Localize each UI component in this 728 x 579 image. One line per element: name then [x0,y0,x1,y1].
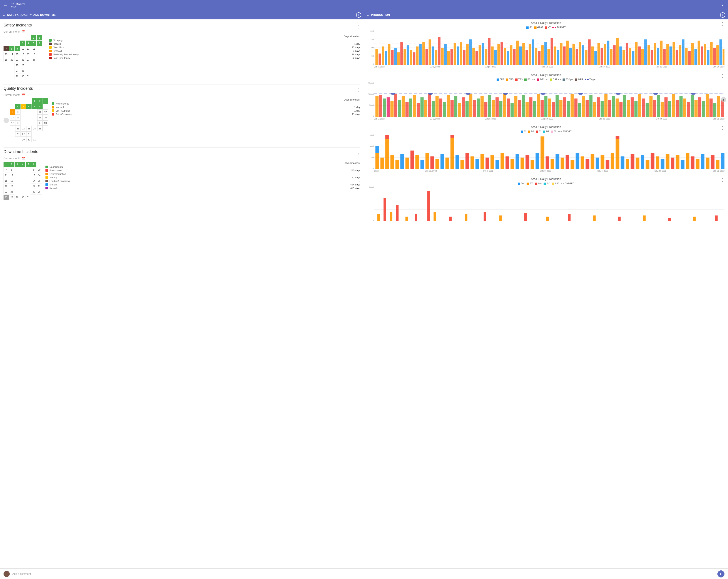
area2-next-button[interactable]: › [721,97,726,102]
cal-day[interactable]: 30 [20,74,25,79]
send-button[interactable]: ➤ [718,571,725,577]
area1-menu-icon[interactable]: ⋮ [665,21,725,26]
cal-day[interactable]: 1 [31,35,36,40]
cal-day[interactable]: 9 [31,167,36,172]
cal-day[interactable]: 24 [31,57,36,62]
cal-day[interactable]: 6 [36,40,42,46]
downtime-menu-icon[interactable]: ⋮ [356,151,360,156]
cal-day[interactable]: 1 [32,98,37,104]
cal-day[interactable]: 23 [3,189,9,194]
cal-day[interactable]: 19 [3,184,9,189]
cal-day[interactable]: 28 [26,131,31,137]
safety-menu-icon[interactable]: ⋮ [356,24,360,29]
cal-day[interactable]: 13 [3,52,9,57]
cal-day[interactable]: 31 [26,195,31,200]
cal-day[interactable]: 7 [3,46,9,51]
cal-day[interactable]: 8 [9,46,14,51]
add-comment-button[interactable]: Add a comment [12,572,31,576]
cal-day[interactable]: 28 [20,68,25,74]
cal-day[interactable]: 16 [9,178,14,184]
cal-day[interactable]: 21 [31,184,36,189]
cal-day[interactable]: 14 [9,52,14,57]
cal-day[interactable]: 31 [26,74,31,79]
menu-icon[interactable]: ⋮ [721,3,725,8]
cal-day[interactable]: 24 [9,189,14,194]
cal-day[interactable]: 10 [20,46,25,51]
cal-day[interactable]: 17 [26,52,31,57]
cal-day[interactable]: 22 [20,57,25,62]
cal-day[interactable]: 1 [3,162,9,167]
cal-day[interactable]: 11 [26,46,31,51]
cal-day[interactable]: 27 [3,195,9,200]
cal-day[interactable]: 21 [15,57,20,62]
cal-day[interactable]: 6 [26,104,31,109]
cal-day[interactable]: 31 [32,137,37,142]
cal-day[interactable]: 4 [26,40,31,46]
add-left-button[interactable]: + [356,12,361,18]
cal-day[interactable]: 5 [21,104,26,109]
cal-day[interactable]: 11 [3,173,9,178]
cal-day[interactable]: 26 [20,63,25,68]
cal-day[interactable]: 26 [36,189,42,194]
cal-day[interactable]: 15 [37,115,43,120]
cal-day[interactable]: 27 [15,68,20,74]
cal-day[interactable]: 2 [37,98,43,104]
cal-day[interactable]: 2 [9,162,14,167]
cal-day[interactable]: 26 [15,131,21,137]
quality-month-button[interactable]: Current month 📅 [3,93,25,96]
cal-day[interactable]: 4 [20,162,25,167]
cal-day[interactable]: 20 [9,57,14,62]
cal-day[interactable]: 30 [20,195,25,200]
cal-day[interactable]: 2 [36,35,42,40]
cal-day[interactable]: 8 [9,167,14,172]
cal-day[interactable]: 13 [10,115,15,120]
cal-day[interactable]: 19 [3,57,9,62]
cal-day[interactable]: 3 [43,98,48,104]
cal-day[interactable]: 7 [32,104,37,109]
quality-menu-icon[interactable]: ⋮ [356,87,360,92]
cal-day[interactable]: 15 [3,178,9,184]
cal-day[interactable]: 20 [9,184,14,189]
cal-day[interactable]: 17 [31,178,36,184]
cal-day[interactable]: 25 [37,126,43,131]
cal-day[interactable]: 5 [31,40,36,46]
cal-day[interactable]: 3 [20,40,25,46]
cal-day[interactable]: 23 [26,57,31,62]
cal-day[interactable]: 25 [15,63,20,68]
cal-day[interactable]: 12 [31,46,36,51]
cal-day[interactable]: 14 [15,115,21,120]
cal-day[interactable]: 30 [26,137,31,142]
cal-day[interactable]: 12 [9,173,14,178]
cal-day[interactable]: 14 [36,173,42,178]
cal-day[interactable]: 25 [31,189,36,194]
cal-day[interactable]: 4 [15,104,21,109]
cal-day[interactable]: 29 [21,137,26,142]
cal-day[interactable]: 29 [15,74,20,79]
cal-day[interactable]: 17 [10,120,15,126]
cal-day[interactable]: 22 [36,184,42,189]
safety-month-button[interactable]: Current month 📅 [3,30,25,33]
cal-day[interactable]: 9 [15,46,20,51]
area5-menu-icon[interactable]: ⋮ [665,126,725,130]
cal-day[interactable]: 24 [32,126,37,131]
cal-day[interactable]: 18 [15,120,21,126]
area2-menu-icon[interactable]: ⋮ [665,74,725,78]
cal-day[interactable]: 9 [10,109,15,115]
cal-day[interactable]: 21 [15,126,21,131]
cal-day[interactable]: 16 [43,115,48,120]
cal-day[interactable]: 22 [21,126,26,131]
cal-day[interactable]: 29 [15,195,20,200]
cal-day[interactable]: 28 [9,195,14,200]
cal-day[interactable]: 18 [36,178,42,184]
cal-day[interactable]: 19 [37,120,43,126]
cal-day[interactable]: 3 [15,162,20,167]
add-right-button[interactable]: + [720,12,725,18]
cal-day[interactable]: 10 [36,167,42,172]
cal-day[interactable]: 12 [43,109,48,115]
area6-menu-icon[interactable]: ⋮ [665,177,725,182]
cal-day[interactable]: 7 [3,167,9,172]
cal-day[interactable]: 8 [37,104,43,109]
downtime-month-button[interactable]: Current month 📅 [3,157,25,160]
cal-day[interactable]: 5 [26,162,31,167]
cal-day[interactable]: 20 [43,120,48,126]
